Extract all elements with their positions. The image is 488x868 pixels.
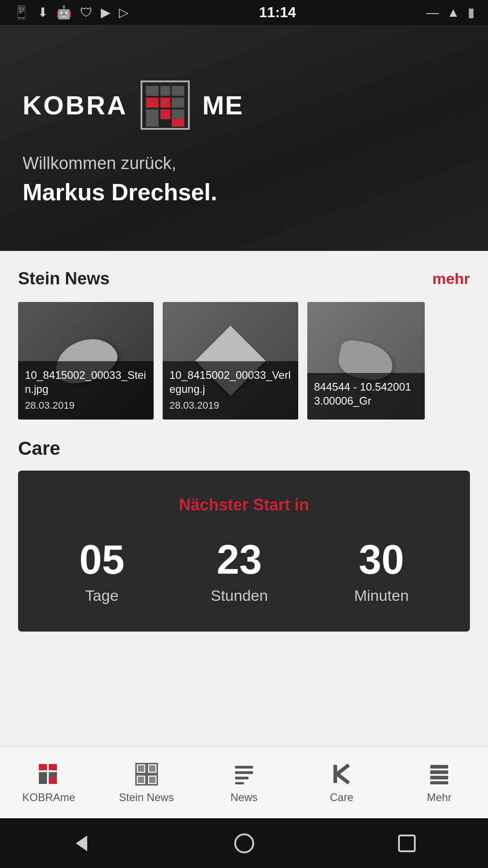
bottom-nav: KOBRAme Stein News <box>0 746 488 818</box>
kobrame-nav-label: KOBRAme <box>22 791 75 804</box>
svg-rect-17 <box>49 778 57 784</box>
care-countdown-label: Nächster Start in <box>36 495 452 514</box>
shield-icon: 🛡 <box>80 5 93 20</box>
svg-rect-22 <box>138 765 144 772</box>
kobrame-nav-svg <box>37 762 61 786</box>
svg-rect-10 <box>172 109 184 119</box>
logo-area: KOBRA ME <box>23 79 465 131</box>
stein-news-title: Stein News <box>18 269 110 288</box>
nav-item-care[interactable]: Care <box>293 747 390 818</box>
card-date-2: 28.03.2019 <box>169 400 291 411</box>
logo-m-svg <box>139 79 191 131</box>
svg-rect-9 <box>172 98 184 108</box>
news-cards-container: 10_8415002_00033_Stein.jpg 28.03.2019 10… <box>18 302 470 420</box>
svg-rect-12 <box>39 764 47 770</box>
logo-kobra-text: KOBRA <box>23 90 128 120</box>
steinnews-nav-label: Stein News <box>119 791 174 804</box>
logo-me-text: ME <box>202 90 244 120</box>
hours-label: Stunden <box>211 587 268 604</box>
countdown-hours: 23 Stunden <box>211 539 268 604</box>
care-title: Care <box>18 438 470 459</box>
mehr-nav-label: Mehr <box>427 791 452 804</box>
back-button[interactable] <box>63 825 99 861</box>
care-section: Care Nächster Start in 05 Tage 23 Stunde… <box>0 429 488 645</box>
main-content: Stein News mehr 10_8415002_00033_Stein.j… <box>0 251 488 809</box>
svg-rect-8 <box>172 86 184 96</box>
phone-icon: 📱 <box>14 5 29 20</box>
battery-icon: ▮ <box>468 5 474 20</box>
svg-rect-14 <box>39 772 47 778</box>
kobrame-icon <box>37 762 61 787</box>
svg-rect-30 <box>333 765 337 783</box>
countdown-minutes: 30 Minuten <box>354 539 409 604</box>
home-icon <box>232 831 257 856</box>
svg-marker-37 <box>76 835 87 851</box>
card-filename-2: 10_8415002_00033_Verlegung.j <box>169 368 291 396</box>
hero-section: KOBRA ME Willko <box>0 25 488 251</box>
steinnews-nav-svg <box>135 762 158 786</box>
news-card-3[interactable]: 844544 - 10.5420013.00006_Gr <box>307 302 425 420</box>
news-nav-label: News <box>230 791 258 804</box>
svg-rect-4 <box>146 119 159 127</box>
svg-rect-15 <box>49 772 57 778</box>
nav-item-kobrame[interactable]: KOBRAme <box>0 747 98 818</box>
status-icons-left: 📱 ⬇ 🤖 🛡 ▶ ▷ <box>14 5 129 20</box>
back-icon <box>69 831 94 856</box>
android-icon: 🤖 <box>56 5 72 20</box>
countdown-row: 05 Tage 23 Stunden 30 Minuten <box>36 539 452 604</box>
status-time: 11:14 <box>259 4 296 21</box>
care-card: Nächster Start in 05 Tage 23 Stunden 30 … <box>18 471 470 632</box>
svg-rect-3 <box>146 109 159 119</box>
card-overlay-2: 10_8415002_00033_Verlegung.j 28.03.2019 <box>163 361 298 420</box>
minus-icon: — <box>426 5 439 20</box>
steinnews-icon <box>134 762 159 787</box>
logo-m-icon <box>139 79 191 131</box>
svg-rect-35 <box>430 776 448 779</box>
status-icons-right: — ▲ ▮ <box>426 5 474 20</box>
care-nav-label: Care <box>330 791 353 804</box>
svg-point-38 <box>235 834 253 852</box>
days-label: Tage <box>85 587 119 604</box>
card-date-1: 28.03.2019 <box>25 400 147 411</box>
svg-rect-6 <box>160 98 170 108</box>
svg-rect-2 <box>146 98 159 108</box>
stein-news-section: Stein News mehr 10_8415002_00033_Stein.j… <box>0 251 488 429</box>
mehr-icon <box>427 762 452 787</box>
countdown-days: 05 Tage <box>79 539 124 604</box>
news-card-2[interactable]: 10_8415002_00033_Verlegung.j 28.03.2019 <box>163 302 298 420</box>
svg-rect-11 <box>172 119 184 127</box>
download-icon: ⬇ <box>38 5 48 20</box>
system-nav <box>0 818 488 868</box>
home-button[interactable] <box>226 825 262 861</box>
minutes-number: 30 <box>359 539 404 580</box>
wifi-icon: ▲ <box>447 5 460 20</box>
svg-rect-29 <box>235 782 244 784</box>
news-card-1[interactable]: 10_8415002_00033_Stein.jpg 28.03.2019 <box>18 302 154 420</box>
mehr-link[interactable]: mehr <box>432 270 470 288</box>
svg-rect-36 <box>430 781 448 784</box>
svg-rect-13 <box>49 764 57 770</box>
svg-rect-28 <box>235 777 249 779</box>
svg-line-31 <box>337 765 349 774</box>
minutes-label: Minuten <box>354 587 409 604</box>
svg-rect-27 <box>235 771 253 774</box>
nav-item-mehr[interactable]: Mehr <box>390 747 488 818</box>
nav-item-news[interactable]: News <box>195 747 293 818</box>
nav-item-steinnews[interactable]: Stein News <box>98 747 195 818</box>
svg-rect-26 <box>235 766 253 769</box>
svg-rect-23 <box>149 765 155 772</box>
svg-rect-7 <box>160 109 170 119</box>
care-icon <box>329 762 354 787</box>
svg-rect-16 <box>39 778 47 784</box>
play-icon: ▶ <box>101 5 111 20</box>
svg-rect-1 <box>146 86 159 96</box>
status-bar: 📱 ⬇ 🤖 🛡 ▶ ▷ 11:14 — ▲ ▮ <box>0 0 488 25</box>
recents-icon <box>394 831 419 856</box>
svg-rect-39 <box>399 835 415 851</box>
svg-line-32 <box>337 774 349 783</box>
game-icon: ▷ <box>119 5 129 20</box>
svg-rect-33 <box>430 765 448 769</box>
recents-button[interactable] <box>389 825 425 861</box>
card-overlay-3: 844544 - 10.5420013.00006_Gr <box>307 373 425 420</box>
svg-rect-34 <box>430 770 448 774</box>
